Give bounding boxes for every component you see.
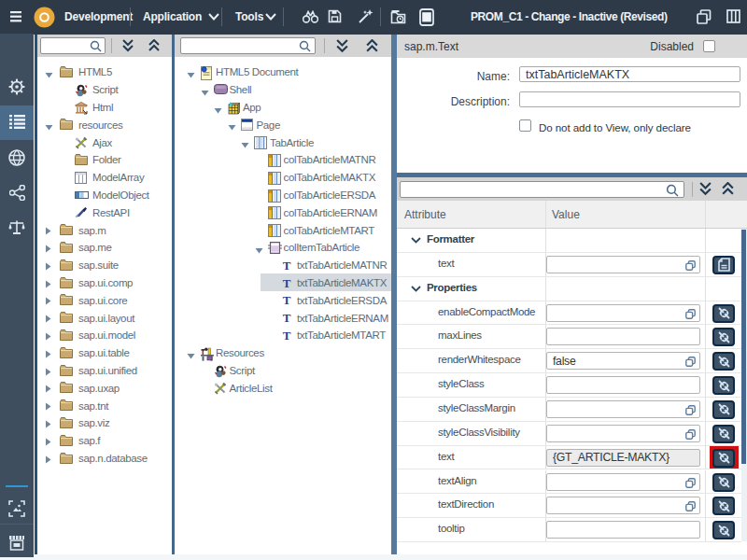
- svg-text:T: T: [283, 312, 291, 323]
- svg-text:T: T: [283, 294, 291, 305]
- svg-text:T: T: [283, 259, 291, 271]
- svg-text:T: T: [283, 329, 291, 341]
- svg-text:T: T: [283, 277, 291, 288]
